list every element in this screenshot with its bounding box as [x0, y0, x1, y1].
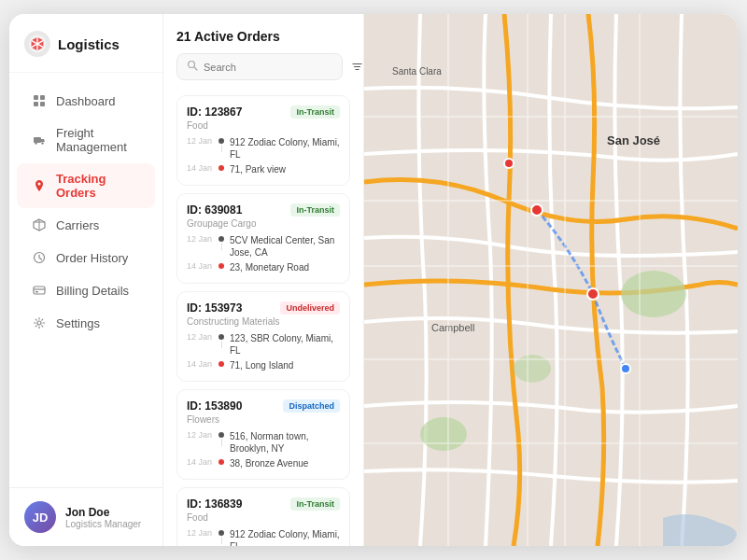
- order-card[interactable]: ID: 639081 In-Transit Groupage Cargo 12 …: [176, 193, 350, 284]
- route-origin: 12 Jan 516, Norman town, Brooklyn, NY: [187, 430, 340, 455]
- svg-point-15: [621, 271, 686, 317]
- route-dest: 14 Jan 71, Park view: [187, 163, 340, 175]
- logo-icon: [24, 31, 50, 57]
- sidebar-item-label: Carriers: [56, 218, 99, 232]
- sidebar: Logistics Dashboard: [9, 14, 163, 546]
- svg-text:San José: San José: [607, 133, 660, 147]
- dest-date: 14 Jan: [187, 163, 213, 173]
- svg-point-21: [531, 204, 543, 216]
- order-id: ID: 123867: [187, 105, 242, 119]
- sidebar-item-tracking[interactable]: Tracking Orders: [17, 163, 155, 208]
- search-input[interactable]: [204, 62, 332, 73]
- origin-address: 516, Norman town, Brooklyn, NY: [230, 430, 340, 455]
- status-badge: In-Transit: [290, 105, 340, 119]
- user-role: Logistics Manager: [65, 519, 141, 529]
- origin-date: 12 Jan: [187, 136, 213, 146]
- order-route: 12 Jan 5CV Medical Center, San Jose, CA …: [187, 234, 340, 273]
- order-card[interactable]: ID: 123867 In-Transit Food 12 Jan 912 Zo…: [176, 95, 350, 186]
- sidebar-item-label: Order History: [56, 251, 128, 265]
- sidebar-item-carriers[interactable]: Carriers: [17, 209, 155, 241]
- route-dest: 14 Jan 38, Bronze Avenue: [187, 457, 340, 469]
- dest-date: 14 Jan: [187, 261, 213, 271]
- svg-point-6: [35, 142, 36, 144]
- origin-date: 12 Jan: [187, 234, 213, 244]
- route-origin: 12 Jan 123, SBR Colony, Miami, FL: [187, 332, 340, 357]
- route-dot-dest: [218, 361, 224, 367]
- order-card[interactable]: ID: 153973 Undelivered Constructing Mate…: [176, 291, 350, 382]
- origin-date: 12 Jan: [187, 528, 213, 538]
- orders-list: ID: 123867 In-Transit Food 12 Jan 912 Zo…: [163, 95, 363, 546]
- sidebar-item-billing[interactable]: Billing Details: [17, 274, 155, 306]
- sidebar-item-freight[interactable]: Freight Management: [17, 118, 155, 162]
- svg-rect-11: [35, 291, 38, 293]
- svg-rect-3: [34, 102, 38, 106]
- route-dot-origin: [218, 236, 224, 251]
- origin-date: 12 Jan: [187, 430, 213, 440]
- sidebar-item-label: Dashboard: [56, 94, 116, 108]
- origin-address: 5CV Medical Center, San Jose, CA: [230, 234, 340, 259]
- dest-address: 23, Monetary Road: [230, 261, 309, 273]
- gear-icon: [32, 315, 47, 330]
- svg-point-23: [621, 364, 630, 373]
- dest-date: 14 Jan: [187, 457, 213, 467]
- user-profile[interactable]: JD Jon Doe Logistics Manager: [9, 487, 162, 546]
- route-origin: 12 Jan 912 Zodiac Colony, Miami, FL: [187, 528, 340, 546]
- order-card[interactable]: ID: 153890 Dispatched Flowers 12 Jan 516…: [176, 389, 350, 480]
- svg-text:Santa Clara: Santa Clara: [392, 66, 442, 77]
- order-category: Groupage Cargo: [187, 218, 340, 229]
- origin-address: 912 Zodiac Colony, Miami, FL: [230, 528, 340, 546]
- grid-icon: [32, 93, 47, 108]
- route-dot-dest: [218, 263, 224, 269]
- sidebar-item-label: Settings: [56, 316, 100, 330]
- sidebar-item-label: Tracking Orders: [56, 172, 140, 200]
- order-route: 12 Jan 912 Zodiac Colony, Miami, FL 14 J…: [187, 136, 340, 175]
- order-route: 12 Jan 516, Norman town, Brooklyn, NY 14…: [187, 430, 340, 469]
- svg-rect-10: [34, 287, 45, 294]
- order-id: ID: 639081: [187, 203, 242, 217]
- orders-title-suffix: Active Orders: [194, 29, 280, 44]
- search-bar: [176, 53, 343, 80]
- svg-point-13: [189, 62, 195, 68]
- order-id: ID: 136839: [187, 497, 242, 511]
- route-dot-origin: [218, 138, 224, 153]
- clock-icon: [32, 250, 47, 265]
- origin-date: 12 Jan: [187, 332, 213, 342]
- dest-address: 71, Park view: [230, 163, 286, 175]
- route-dest: 14 Jan 23, Monetary Road: [187, 261, 340, 273]
- sidebar-item-label: Billing Details: [56, 284, 129, 298]
- sidebar-item-history[interactable]: Order History: [17, 242, 155, 273]
- app-title: Logistics: [58, 36, 120, 52]
- svg-rect-2: [40, 95, 45, 100]
- order-route: 12 Jan 123, SBR Colony, Miami, FL 14 Jan…: [187, 332, 340, 371]
- sidebar-item-dashboard[interactable]: Dashboard: [17, 85, 155, 117]
- orders-panel: 21 Active Orders: [163, 14, 364, 546]
- route-dot-origin: [218, 334, 224, 349]
- origin-address: 123, SBR Colony, Miami, FL: [230, 332, 340, 357]
- route-dot-dest: [218, 165, 224, 171]
- route-dest: 14 Jan 71, Long Island: [187, 359, 340, 371]
- search-row: Filters: [176, 53, 350, 80]
- dest-date: 14 Jan: [187, 359, 213, 369]
- card-icon: [32, 283, 47, 298]
- svg-point-12: [37, 321, 41, 325]
- truck-icon: [32, 133, 47, 147]
- order-card[interactable]: ID: 136839 In-Transit Food 12 Jan 912 Zo…: [176, 487, 350, 546]
- sidebar-item-label: Freight Management: [56, 126, 140, 154]
- order-category: Constructing Materials: [187, 316, 340, 327]
- order-id: ID: 153890: [187, 399, 242, 413]
- route-dot-dest: [218, 459, 224, 465]
- origin-address: 912 Zodiac Colony, Miami, FL: [230, 136, 340, 161]
- user-info: Jon Doe Logistics Manager: [65, 506, 141, 529]
- search-icon: [187, 60, 198, 74]
- svg-point-7: [41, 142, 43, 144]
- svg-point-8: [38, 183, 41, 186]
- orders-header: 21 Active Orders: [163, 14, 363, 95]
- map-container: San José Campbell Santa Clara: [364, 14, 738, 546]
- order-category: Flowers: [187, 414, 340, 425]
- svg-point-16: [420, 417, 467, 451]
- app-container: Logistics Dashboard: [9, 14, 738, 546]
- route-dot-origin: [218, 530, 224, 545]
- sidebar-item-settings[interactable]: Settings: [17, 307, 155, 339]
- orders-title: 21 Active Orders: [176, 29, 350, 44]
- status-badge: Undelivered: [280, 301, 340, 315]
